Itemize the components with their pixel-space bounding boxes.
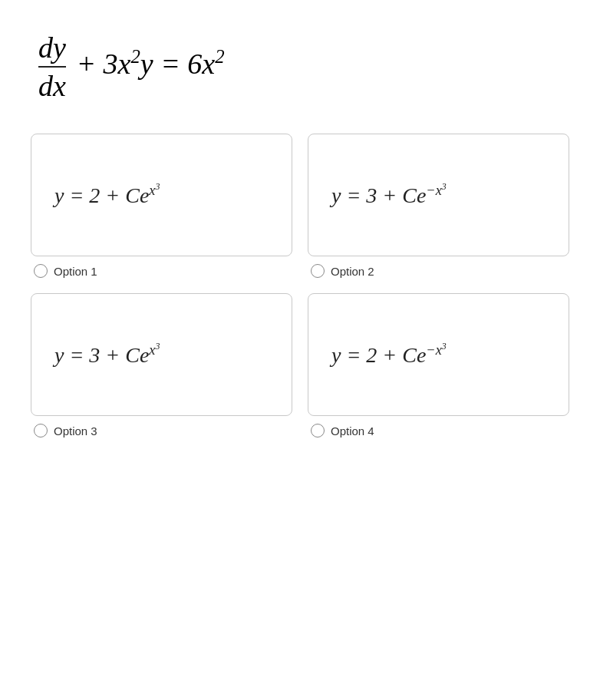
numerator: dy [38, 31, 66, 68]
option-3-formula: y = 3 + Cex3 [54, 341, 160, 368]
option-1-label-row: Option 1 [31, 264, 292, 278]
option-1-label: Option 1 [54, 265, 97, 278]
equation-rest: + 3x2y = 6x2 [76, 48, 224, 80]
option-2-radio[interactable] [311, 264, 325, 278]
option-4-label: Option 4 [331, 424, 374, 438]
option-2-label-row: Option 2 [308, 264, 569, 278]
options-grid: y = 2 + Cex3 Option 1 y = 3 + Ce−x3 Opti… [31, 134, 569, 438]
option-4-label-row: Option 4 [308, 424, 569, 438]
option-2-wrapper: y = 3 + Ce−x3 Option 2 [308, 134, 569, 278]
fraction-dy-dx: dy dx [38, 31, 66, 103]
option-3-wrapper: y = 3 + Cex3 Option 3 [31, 293, 292, 438]
option-2-label: Option 2 [331, 265, 374, 278]
option-1-card[interactable]: y = 2 + Cex3 [31, 134, 292, 256]
main-equation: dy dx + 3x2y = 6x2 [38, 31, 225, 103]
option-4-card[interactable]: y = 2 + Ce−x3 [308, 293, 569, 416]
option-4-wrapper: y = 2 + Ce−x3 Option 4 [308, 293, 569, 438]
denominator: dx [38, 68, 66, 103]
option-4-radio[interactable] [311, 424, 325, 438]
option-1-wrapper: y = 2 + Cex3 Option 1 [31, 134, 292, 278]
option-3-label: Option 3 [54, 424, 97, 438]
option-1-formula: y = 2 + Cex3 [54, 181, 160, 208]
option-3-card[interactable]: y = 3 + Cex3 [31, 293, 292, 416]
option-4-formula: y = 2 + Ce−x3 [331, 341, 447, 368]
option-2-formula: y = 3 + Ce−x3 [331, 181, 447, 208]
option-2-card[interactable]: y = 3 + Ce−x3 [308, 134, 569, 256]
option-3-radio[interactable] [34, 424, 48, 438]
option-3-label-row: Option 3 [31, 424, 292, 438]
option-1-radio[interactable] [34, 264, 48, 278]
